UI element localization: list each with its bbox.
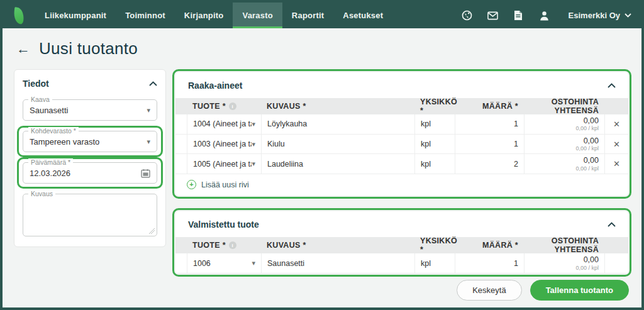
- column-maara: MÄÄRÄ *: [455, 102, 524, 111]
- tuote-select[interactable]: 1005 (Aineet ja tarvi...▾: [187, 154, 261, 174]
- column-kuvaus: KUVAUS *: [261, 102, 414, 111]
- delete-row-icon[interactable]: ✕: [613, 159, 620, 169]
- add-plus-icon: +: [187, 180, 196, 189]
- chevron-down-icon: [625, 13, 631, 18]
- raaka-aineet-panel: Raaka-aineet TUOTE *i KUVAUS * YKSIKKÖ *…: [175, 72, 628, 196]
- raaka-row-2: 1003 (Aineet ja tarvi...▾ Kiulu kpl 1 0,…: [175, 135, 628, 155]
- valmistettu-table-header: TUOTE *i KUVAUS * YKSIKKÖ * MÄÄRÄ * OSTO…: [175, 237, 628, 253]
- dropdown-caret-icon: ▾: [147, 106, 150, 114]
- nav-item-raportit[interactable]: Raportit: [282, 3, 333, 28]
- ostohinta-cell: 0,000,00 / kpl: [524, 114, 604, 134]
- kuvaus-cell[interactable]: Laudeliina: [261, 154, 414, 174]
- maara-cell[interactable]: 1: [455, 135, 524, 154]
- kuvaus-label: Kuvaus: [28, 190, 55, 197]
- column-kuvaus: KUVAUS *: [261, 241, 414, 250]
- nav-item-liikekumppanit[interactable]: Liikekumppanit: [35, 3, 116, 28]
- yksikko-cell: kpl: [414, 154, 455, 174]
- dropdown-caret-icon: ▾: [252, 120, 255, 128]
- user-icon[interactable]: [539, 10, 550, 21]
- delete-row-icon[interactable]: ✕: [613, 140, 620, 149]
- main-nav: Liikekumppanit Toiminnot Kirjanpito Vara…: [35, 3, 392, 28]
- paivamaara-label: Päivämäärä *: [28, 158, 73, 166]
- raaka-aineet-header: Raaka-aineet: [175, 72, 628, 98]
- add-row-label: Lisää uusi rivi: [201, 180, 249, 189]
- nav-item-asetukset[interactable]: Asetukset: [333, 3, 392, 28]
- column-ostohinta: OSTOHINTA YHTEENSÄ: [524, 236, 604, 254]
- document-icon[interactable]: [513, 10, 524, 21]
- valmistettu-title: Valmistettu tuote: [188, 219, 259, 230]
- column-ostohinta: OSTOHINTA YHTEENSÄ: [524, 97, 604, 115]
- app-window: Liikekumppanit Toiminnot Kirjanpito Vara…: [0, 0, 644, 310]
- maara-cell[interactable]: 1: [455, 114, 524, 134]
- collapse-chevron-icon[interactable]: [608, 83, 616, 88]
- raaka-row-1: 1004 (Aineet ja tarvi...▾ Löylykauha kpl…: [175, 114, 628, 135]
- collapse-chevron-icon[interactable]: [608, 222, 616, 227]
- add-row-button[interactable]: + Lisää uusi rivi: [175, 174, 628, 196]
- maara-cell[interactable]: 2: [455, 154, 524, 174]
- tiedot-panel-header: Tiedot: [23, 79, 157, 89]
- tiedot-title: Tiedot: [23, 79, 49, 89]
- kuvaus-cell[interactable]: Saunasetti: [261, 253, 414, 273]
- top-navbar: Liikekumppanit Toiminnot Kirjanpito Vara…: [3, 3, 641, 28]
- yksikko-cell: kpl: [414, 114, 455, 134]
- yksikko-cell: kpl: [414, 253, 455, 273]
- page-header: ← Uusi tuotanto: [3, 28, 641, 67]
- tuote-select[interactable]: 1003 (Aineet ja tarvi...▾: [187, 135, 261, 154]
- tuote-select[interactable]: 1006▾: [187, 253, 261, 273]
- kohdevarasto-highlight: Kohdevarasto * Tampereen varasto ▾: [17, 126, 163, 157]
- nav-item-varasto[interactable]: Varasto: [233, 3, 282, 28]
- kaava-label: Kaava: [28, 96, 52, 103]
- app-logo[interactable]: [3, 3, 35, 28]
- page-title: Uusi tuotanto: [39, 39, 138, 58]
- calendar-icon[interactable]: [141, 169, 150, 178]
- ostohinta-cell: 0,000,00 / kpl: [524, 135, 604, 154]
- company-menu[interactable]: Esimerkki Oy: [569, 11, 631, 20]
- ostohinta-cell: 0,000,00 / kpl: [524, 253, 604, 273]
- column-tuote: TUOTE *i: [187, 102, 261, 111]
- raaka-table-header: TUOTE *i KUVAUS * YKSIKKÖ * MÄÄRÄ * OSTO…: [175, 98, 628, 114]
- info-icon[interactable]: i: [229, 102, 236, 110]
- raaka-aineet-title: Raaka-aineet: [188, 80, 242, 91]
- paivamaara-value: 12.03.2026: [30, 169, 141, 178]
- raaka-aineet-highlight: Raaka-aineet TUOTE *i KUVAUS * YKSIKKÖ *…: [172, 69, 631, 199]
- kaava-select[interactable]: Kaava Saunasetti ▾: [23, 99, 157, 121]
- mail-icon[interactable]: [487, 10, 498, 21]
- right-column: Raaka-aineet TUOTE *i KUVAUS * YKSIKKÖ *…: [172, 69, 631, 277]
- tuote-select[interactable]: 1004 (Aineet ja tarvi...▾: [187, 114, 261, 134]
- dropdown-caret-icon: ▾: [252, 259, 255, 267]
- tiedot-panel: Tiedot Kaava Saunasetti ▾ Kohdevarasto *…: [14, 69, 166, 247]
- save-production-button[interactable]: Tallenna tuotanto: [530, 280, 629, 301]
- dropdown-caret-icon: ▾: [147, 138, 150, 146]
- column-yksikko: YKSIKKÖ *: [414, 236, 455, 254]
- valmistettu-panel: Valmistettu tuote TUOTE *i KUVAUS * YKSI…: [175, 211, 628, 274]
- valmistettu-header: Valmistettu tuote: [175, 211, 628, 237]
- dropdown-caret-icon: ▾: [252, 160, 255, 168]
- column-tuote: TUOTE *i: [187, 241, 261, 250]
- back-arrow-icon[interactable]: ←: [16, 42, 30, 56]
- collapse-chevron-icon[interactable]: [149, 81, 157, 86]
- kuvaus-textarea[interactable]: Kuvaus: [23, 194, 157, 236]
- paivamaara-highlight: Päivämäärä * 12.03.2026: [17, 157, 163, 189]
- kuvaus-cell[interactable]: Löylykauha: [261, 114, 414, 134]
- dropdown-caret-icon: ▾: [252, 140, 255, 148]
- delete-row-icon[interactable]: ✕: [613, 119, 620, 129]
- paivamaara-input[interactable]: Päivämäärä * 12.03.2026: [23, 162, 157, 184]
- cancel-button[interactable]: Keskeytä: [457, 280, 521, 301]
- globe-icon[interactable]: [462, 10, 472, 21]
- kuvaus-cell[interactable]: Kiulu: [261, 135, 414, 154]
- resize-handle[interactable]: [149, 228, 155, 234]
- nav-item-toiminnot[interactable]: Toiminnot: [116, 3, 175, 28]
- maara-cell[interactable]: 1: [455, 253, 524, 273]
- ostohinta-cell: 0,000,00 / kpl: [524, 154, 604, 174]
- kohdevarasto-label: Kohdevarasto *: [28, 127, 79, 135]
- footer-actions: Keskeytä Tallenna tuotanto: [457, 280, 629, 301]
- valmistettu-row-1: 1006▾ Saunasetti kpl 1 0,000,00 / kpl: [175, 253, 628, 274]
- yksikko-cell: kpl: [414, 135, 455, 154]
- raaka-row-3: 1005 (Aineet ja tarvi...▾ Laudeliina kpl…: [175, 154, 628, 174]
- column-yksikko: YKSIKKÖ *: [414, 97, 455, 115]
- main-layout: Tiedot Kaava Saunasetti ▾ Kohdevarasto *…: [3, 67, 641, 277]
- nav-item-kirjanpito[interactable]: Kirjanpito: [175, 3, 233, 28]
- navbar-right: Esimerkki Oy: [462, 3, 641, 28]
- info-icon[interactable]: i: [229, 241, 236, 249]
- kohdevarasto-select[interactable]: Kohdevarasto * Tampereen varasto ▾: [23, 131, 157, 152]
